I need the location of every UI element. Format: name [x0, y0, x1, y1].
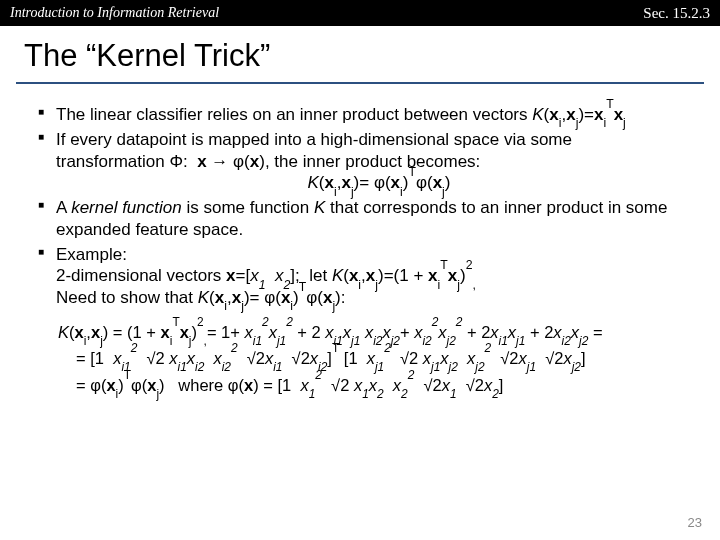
course-title: Introduction to Information Retrieval — [10, 5, 219, 21]
text: Example: — [56, 245, 127, 264]
header-bar: Introduction to Information Retrieval Se… — [0, 0, 720, 26]
text: Need to show that — [56, 288, 198, 307]
derivation-line-3: = φ(xi)Tφ(xj) where φ(x) = [1 x12 √2 x1x… — [76, 372, 702, 398]
inline-equation: K(xi,xj)= φ(xi)Tφ(xj) — [56, 172, 702, 194]
text: transformation Φ: — [56, 152, 197, 171]
text: If every datapoint is mapped into a high… — [56, 130, 572, 149]
slide: Introduction to Information Retrieval Se… — [0, 0, 720, 540]
text: The linear classifier relies on an inner… — [56, 105, 532, 124]
bullet-3: A kernel function is some function K tha… — [38, 197, 702, 241]
page-number: 23 — [688, 515, 702, 530]
bullet-list: The linear classifier relies on an inner… — [38, 104, 702, 309]
section-label: Sec. 15.2.3 — [643, 5, 710, 22]
body: The linear classifier relies on an inner… — [0, 84, 720, 398]
derivation: K(xi,xj) = (1 + xiTxj)2,= 1+ xi12xj12 + … — [38, 319, 702, 398]
derivation-line-2: = [1 xi12 √2 xi1xi2 xi22 √2xi1 √2xi2]T [… — [76, 345, 702, 371]
bullet-2: If every datapoint is mapped into a high… — [38, 129, 702, 194]
bullet-4: Example: 2-dimensional vectors x=[x1 x2]… — [38, 244, 702, 309]
bullet-1: The linear classifier relies on an inner… — [38, 104, 702, 126]
text: 2-dimensional vectors — [56, 266, 226, 285]
slide-title: The “Kernel Trick” — [24, 38, 720, 74]
text: , the inner product becomes: — [265, 152, 480, 171]
derivation-line-1: K(xi,xj) = (1 + xiTxj)2,= 1+ xi12xj12 + … — [58, 319, 702, 345]
title-block: The “Kernel Trick” — [0, 26, 720, 78]
